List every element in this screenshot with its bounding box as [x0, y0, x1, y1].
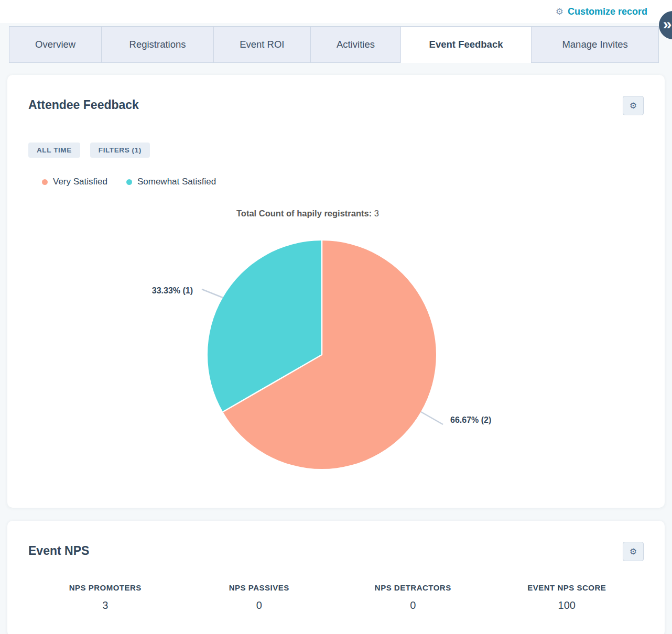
tab-registrations[interactable]: Registrations [101, 26, 214, 63]
stat-nps-detractors: NPS DETRACTORS 0 [336, 583, 490, 611]
filters-badge[interactable]: FILTERS (1) [90, 143, 150, 158]
connector-line-right [421, 412, 443, 424]
event-nps-settings-button[interactable]: ⚙ [623, 542, 644, 561]
stat-label: EVENT NPS SCORE [490, 583, 644, 592]
event-nps-header: Event NPS ⚙ [28, 542, 644, 561]
gear-icon: ⚙ [630, 546, 637, 556]
page-header: ⚙ Customize record [0, 0, 672, 23]
attendee-feedback-card: Attendee Feedback ⚙ ALL TIME FILTERS (1)… [7, 75, 665, 508]
attendee-feedback-header: Attendee Feedback ⚙ [28, 96, 644, 115]
legend-item-somewhat-satisfied[interactable]: Somewhat Satisfied [126, 177, 216, 187]
stat-label: NPS PROMOTERS [28, 583, 182, 592]
legend-dot [126, 179, 132, 185]
legend-item-very-satisfied[interactable]: Very Satisfied [42, 177, 107, 187]
pie-chart-area: Total Count of hapily registrants: 3 33.… [28, 207, 644, 493]
record-tab-bar: Overview Registrations Event ROI Activit… [9, 26, 663, 63]
stat-value: 3 [28, 599, 182, 611]
customize-record-link[interactable]: ⚙ Customize record [556, 6, 647, 17]
stat-event-nps-score: EVENT NPS SCORE 100 [490, 583, 644, 611]
pie-chart-svg [28, 207, 644, 493]
slice-label-very-satisfied: 66.67% (2) [450, 416, 491, 425]
stat-value: 0 [336, 599, 490, 611]
connector-line-left [202, 289, 223, 298]
stat-value: 100 [490, 599, 644, 611]
chart-legend: Very Satisfied Somewhat Satisfied [42, 176, 644, 188]
event-nps-card: Event NPS ⚙ NPS PROMOTERS 3 NPS PASSIVES… [7, 521, 665, 634]
gear-icon: ⚙ [630, 101, 637, 111]
attendee-feedback-settings-button[interactable]: ⚙ [623, 96, 644, 115]
filter-badge-row: ALL TIME FILTERS (1) [28, 143, 644, 158]
gear-icon: ⚙ [556, 7, 563, 16]
stat-label: NPS PASSIVES [182, 583, 337, 592]
double-chevron-right-icon: » [663, 16, 672, 32]
legend-label: Somewhat Satisfied [137, 177, 216, 187]
legend-dot [42, 179, 48, 185]
stat-label: NPS DETRACTORS [336, 583, 490, 592]
tab-manage-invites[interactable]: Manage Invites [531, 26, 659, 63]
tab-activities[interactable]: Activities [310, 26, 401, 63]
stat-nps-promoters: NPS PROMOTERS 3 [28, 583, 182, 611]
event-nps-title: Event NPS [28, 542, 89, 558]
customize-record-label: Customize record [568, 6, 647, 17]
tab-event-feedback[interactable]: Event Feedback [400, 26, 532, 63]
tab-overview[interactable]: Overview [9, 26, 102, 63]
slice-label-somewhat-satisfied: 33.33% (1) [152, 286, 193, 296]
attendee-feedback-title: Attendee Feedback [28, 96, 139, 112]
tab-event-roi[interactable]: Event ROI [213, 26, 311, 63]
time-range-badge[interactable]: ALL TIME [28, 143, 80, 158]
stat-nps-passives: NPS PASSIVES 0 [182, 583, 337, 611]
nps-stats-grid: NPS PROMOTERS 3 NPS PASSIVES 0 NPS DETRA… [28, 583, 644, 611]
legend-label: Very Satisfied [53, 177, 107, 187]
stat-value: 0 [182, 599, 337, 611]
